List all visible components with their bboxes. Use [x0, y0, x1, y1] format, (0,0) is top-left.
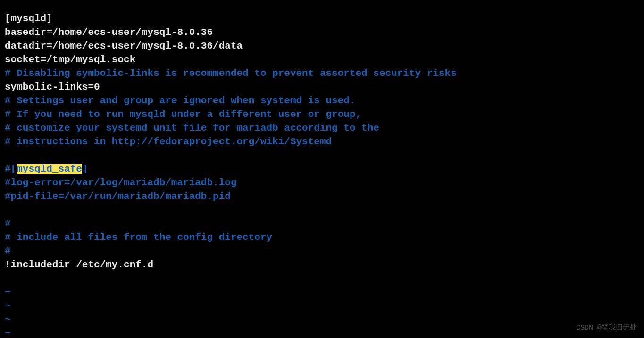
text-segment: includedir /etc/my.cnf.d — [11, 259, 153, 270]
editor-line: # customize your systemd unit file for m… — [5, 122, 639, 135]
editor-line — [5, 204, 639, 217]
text-segment: # customize your systemd unit file for m… — [5, 123, 379, 133]
editor-line: [mysqld] — [5, 12, 639, 26]
editor-line: # include all files from the config dire… — [5, 231, 639, 245]
editor-line: # Settings user and group are ignored wh… — [5, 94, 639, 108]
editor-line: # If you need to run mysqld under a diff… — [5, 108, 639, 122]
editor-line: !includedir /etc/my.cnf.d — [5, 258, 639, 272]
editor-line: #pid-file=/var/run/mariadb/mariadb.pid — [5, 190, 639, 204]
text-segment: basedir=/home/ecs-user/mysql-8.0.36 — [5, 27, 213, 38]
text-segment: ] — [82, 164, 88, 174]
watermark: CSDN @笑我归无处 — [576, 323, 637, 333]
editor-line: symbolic-links=0 — [5, 81, 639, 94]
editor-line: ~ — [5, 299, 639, 313]
text-segment: ~ — [5, 328, 11, 338]
text-segment: mysqld_safe — [17, 164, 82, 174]
text-segment: # — [5, 218, 11, 229]
editor-line: ~ — [5, 313, 639, 327]
text-segment: ~ — [5, 314, 11, 325]
text-segment: # — [5, 246, 11, 256]
text-segment: datadir=/home/ecs-user/mysql-8.0.36/data — [5, 41, 243, 51]
editor-line: # — [5, 245, 639, 258]
tab-bar — [5, 4, 639, 8]
text-segment: [mysqld] — [5, 13, 52, 24]
editor-content[interactable]: [mysqld]basedir=/home/ecs-user/mysql-8.0… — [5, 12, 639, 338]
editor-line: # Disabling symbolic-links is recommende… — [5, 67, 639, 81]
text-segment: symbolic-links=0 — [5, 82, 100, 92]
editor-line: #log-error=/var/log/mariadb/mariadb.log — [5, 176, 639, 190]
editor-line: # instructions in http://fedoraproject.o… — [5, 135, 639, 149]
editor-line: socket=/tmp/mysql.sock — [5, 53, 639, 67]
text-segment: # include all files from the config dire… — [5, 232, 272, 243]
editor-line: datadir=/home/ecs-user/mysql-8.0.36/data — [5, 40, 639, 53]
text-segment: # instructions in http://fedoraproject.o… — [5, 136, 332, 147]
text-segment: ! — [5, 259, 11, 270]
text-segment: #log-error=/var/log/mariadb/mariadb.log — [5, 177, 236, 188]
text-segment: # If you need to run mysqld under a diff… — [5, 109, 361, 120]
editor-line — [5, 149, 639, 163]
text-segment: ~ — [5, 287, 11, 297]
text-segment: socket=/tmp/mysql.sock — [5, 54, 135, 65]
editor-line: # — [5, 217, 639, 231]
text-segment: #[ — [5, 164, 17, 174]
editor-line: ~ — [5, 327, 639, 338]
editor-line — [5, 272, 639, 286]
editor-line: #[mysqld_safe] — [5, 163, 639, 176]
text-segment: # Settings user and group are ignored wh… — [5, 95, 356, 106]
editor-line: ~ — [5, 286, 639, 299]
editor-line: basedir=/home/ecs-user/mysql-8.0.36 — [5, 26, 639, 40]
text-segment: # Disabling symbolic-links is recommende… — [5, 68, 457, 79]
text-segment: ~ — [5, 300, 11, 311]
text-segment: #pid-file=/var/run/mariadb/mariadb.pid — [5, 191, 231, 202]
